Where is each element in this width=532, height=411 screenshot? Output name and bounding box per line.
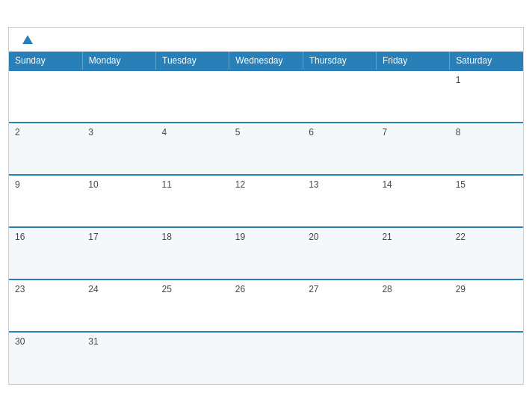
day-number: 29 [456, 284, 466, 294]
calendar-cell: 31 [82, 332, 155, 384]
day-number: 4 [162, 127, 167, 137]
calendar-cell: 17 [82, 227, 155, 279]
calendar-cell: 26 [229, 279, 303, 332]
day-number: 10 [88, 179, 98, 190]
calendar-cell: 11 [156, 175, 229, 227]
calendar-cell: 12 [229, 175, 303, 227]
day-number: 6 [309, 127, 314, 137]
day-header-wednesday: Wednesday [229, 52, 303, 70]
day-number: 23 [15, 284, 25, 294]
day-number: 20 [309, 232, 318, 242]
calendar-cell: 24 [82, 279, 155, 332]
week-row-0: 1 [9, 70, 523, 123]
calendar-cell: 19 [229, 227, 303, 279]
calendar-cell: 20 [303, 227, 376, 279]
day-number: 12 [235, 179, 245, 190]
week-row-1: 2345678 [9, 123, 523, 175]
day-number: 15 [456, 179, 466, 190]
calendar-cell: 29 [450, 279, 523, 332]
day-number: 8 [456, 127, 461, 137]
day-number: 5 [235, 127, 241, 137]
calendar-cell: 22 [450, 227, 523, 279]
day-number: 28 [382, 284, 392, 294]
day-number: 3 [88, 127, 93, 137]
logo-triangle-icon [22, 35, 33, 44]
day-number: 25 [162, 284, 172, 294]
calendar-cell [303, 70, 376, 123]
day-number: 9 [15, 179, 20, 190]
day-number: 1 [456, 75, 461, 85]
calendar-cell: 28 [376, 279, 449, 332]
day-header-saturday: Saturday [450, 52, 523, 70]
calendar-cell: 6 [303, 123, 376, 175]
calendar-cell: 10 [82, 175, 155, 227]
calendar-cell: 7 [376, 123, 449, 175]
calendar-cell [376, 70, 449, 123]
week-row-3: 16171819202122 [9, 227, 523, 279]
day-number: 26 [235, 284, 245, 294]
week-row-4: 23242526272829 [9, 279, 523, 332]
calendar-cell [229, 70, 303, 123]
calendar-cell: 27 [303, 279, 376, 332]
day-number: 27 [309, 284, 318, 294]
calendar-cell: 4 [156, 123, 229, 175]
calendar-cell: 16 [9, 227, 82, 279]
calendar-cell: 14 [376, 175, 449, 227]
day-header-sunday: Sunday [9, 52, 82, 70]
calendar-thead: SundayMondayTuesdayWednesdayThursdayFrid… [9, 52, 523, 70]
calendar-cell [156, 332, 229, 384]
day-number: 18 [162, 232, 172, 242]
calendar-cell [82, 70, 155, 123]
week-row-5: 3031 [9, 332, 523, 384]
day-header-tuesday: Tuesday [156, 52, 229, 70]
calendar-cell: 23 [9, 279, 82, 332]
calendar-cell: 8 [450, 123, 523, 175]
calendar-header [9, 28, 523, 52]
calendar-cell [156, 70, 229, 123]
day-number: 2 [15, 127, 20, 137]
day-header-monday: Monday [82, 52, 155, 70]
calendar-cell [9, 70, 82, 123]
day-header-thursday: Thursday [303, 52, 376, 70]
calendar-cell: 5 [229, 123, 303, 175]
calendar-cell: 1 [450, 70, 523, 123]
calendar-tbody: 1234567891011121314151617181920212223242… [9, 70, 523, 384]
calendar-cell [450, 332, 523, 384]
day-number: 11 [162, 179, 172, 190]
day-number: 19 [235, 232, 245, 242]
day-number: 22 [456, 232, 466, 242]
calendar-container: SundayMondayTuesdayWednesdayThursdayFrid… [8, 27, 524, 385]
calendar-cell: 15 [450, 175, 523, 227]
day-number: 30 [15, 336, 25, 347]
day-number: 31 [88, 336, 98, 347]
calendar-cell [376, 332, 449, 384]
day-number: 24 [88, 284, 98, 294]
days-header-row: SundayMondayTuesdayWednesdayThursdayFrid… [9, 52, 523, 70]
day-number: 21 [382, 232, 392, 242]
calendar-cell: 21 [376, 227, 449, 279]
calendar-cell: 25 [156, 279, 229, 332]
logo-row [21, 37, 33, 46]
calendar-grid: SundayMondayTuesdayWednesdayThursdayFrid… [9, 52, 523, 384]
day-header-friday: Friday [376, 52, 449, 70]
calendar-cell: 18 [156, 227, 229, 279]
day-number: 7 [382, 127, 387, 137]
day-number: 14 [382, 179, 392, 190]
week-row-2: 9101112131415 [9, 175, 523, 227]
calendar-cell [303, 332, 376, 384]
calendar-cell: 2 [9, 123, 82, 175]
calendar-cell: 13 [303, 175, 376, 227]
calendar-cell: 30 [9, 332, 82, 384]
day-number: 16 [15, 232, 25, 242]
calendar-cell: 3 [82, 123, 155, 175]
day-number: 17 [88, 232, 98, 242]
logo [21, 37, 33, 46]
calendar-cell [229, 332, 303, 384]
calendar-cell: 9 [9, 175, 82, 227]
day-number: 13 [309, 179, 318, 190]
